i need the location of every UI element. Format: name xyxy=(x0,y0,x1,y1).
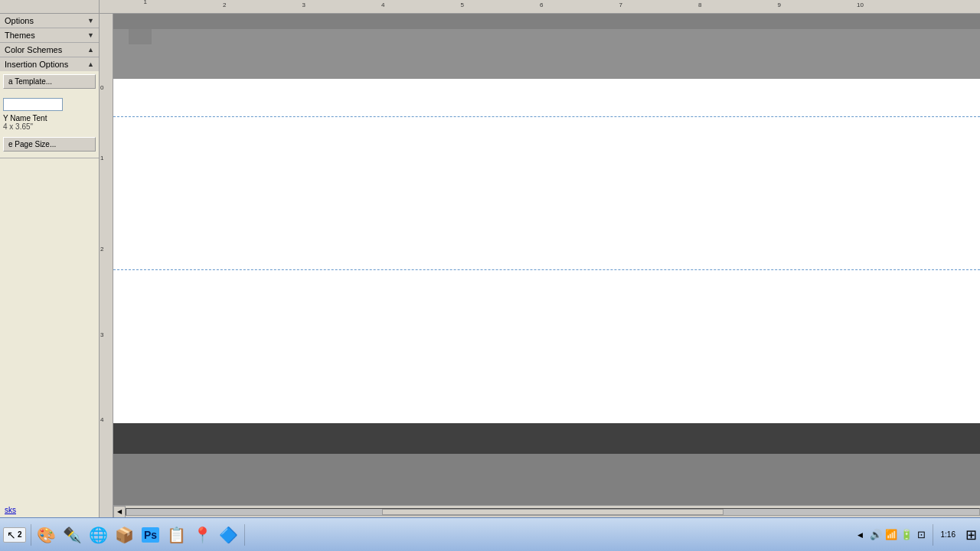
insertion-header[interactable]: Insertion Options ▲ xyxy=(0,57,99,71)
spacer-2 xyxy=(3,131,96,137)
photoshop-icon: Ps xyxy=(142,527,159,543)
maps-icon: 📍 xyxy=(193,526,212,544)
page-top-gray xyxy=(113,29,980,79)
page-section-2 xyxy=(113,117,980,270)
ruler-mark-2: 2 xyxy=(223,2,226,8)
chrome-icon: 🌐 xyxy=(89,526,108,544)
left-panel: Options ▼ Themes ▼ Color Schemes ▲ xyxy=(0,14,100,517)
ruler-mark-5: 5 xyxy=(461,2,464,8)
spacer-1 xyxy=(3,92,96,98)
content-area: Options ▼ Themes ▼ Color Schemes ▲ xyxy=(0,14,980,517)
vruler-mark-2: 2 xyxy=(100,246,103,253)
canvas-row: 0 1 2 3 4 xyxy=(100,14,980,517)
ruler-v-content: 0 1 2 3 4 xyxy=(100,14,113,517)
themes-arrow: ▼ xyxy=(87,31,94,39)
h-scrollbar[interactable]: ◀ xyxy=(113,505,980,517)
vruler-mark-3: 3 xyxy=(100,331,103,338)
insertion-arrow: ▲ xyxy=(87,60,94,68)
pen-icon-btn[interactable]: ✒️ xyxy=(60,523,85,547)
maps-icon-btn[interactable]: 📍 xyxy=(191,523,215,547)
tray-grid-icon[interactable]: ⊞ xyxy=(965,529,977,541)
page-badge[interactable]: ↖ 2 xyxy=(3,527,26,543)
notepad-icon-btn[interactable]: 📋 xyxy=(165,523,189,547)
chrome-icon-btn[interactable]: 🌐 xyxy=(87,523,111,547)
scroll-track[interactable] xyxy=(126,508,980,516)
name-input[interactable] xyxy=(3,98,63,111)
page-post-gray xyxy=(113,454,980,500)
7zip-icon: 📦 xyxy=(115,526,134,544)
paint-icon: 🎨 xyxy=(37,526,56,544)
canvas-bg xyxy=(113,14,980,505)
notepad-icon: 📋 xyxy=(167,526,186,544)
canvas-area[interactable]: ◀ xyxy=(113,14,980,517)
page-section-3 xyxy=(113,270,980,423)
options-arrow: ▼ xyxy=(87,17,94,24)
vruler-mark-0: 0 xyxy=(100,84,103,91)
ruler-mark-3: 3 xyxy=(302,2,305,8)
scroll-thumb[interactable] xyxy=(382,509,724,515)
name-tent-label: Y Name Tent xyxy=(3,114,96,122)
canvas-wrapper: ◀ xyxy=(113,14,980,517)
7zip-icon-btn[interactable]: 📦 xyxy=(113,523,137,547)
ruler-mark-10: 10 xyxy=(857,2,864,8)
taskbar-sep-1 xyxy=(31,524,31,546)
ruler-mark-1: 1 xyxy=(144,0,147,5)
ruler-corner xyxy=(0,0,100,13)
vruler-mark-4: 4 xyxy=(100,416,103,423)
taskbar-right: ◀ 🔊 📶 🔋 ⊡ 1:16 ⊞ xyxy=(854,524,977,546)
taskbar-clock: 1:16 xyxy=(938,529,959,540)
themes-label: Themes xyxy=(5,31,35,40)
ruler-h-content: 1 2 3 4 5 6 7 8 9 10 xyxy=(100,0,980,13)
ruler-mark-6: 6 xyxy=(540,2,543,8)
page-size-button[interactable]: e Page Size... xyxy=(3,137,96,152)
ruler-mark-7: 7 xyxy=(619,2,622,8)
colorschemes-label: Color Schemes xyxy=(5,45,62,54)
colorschemes-header[interactable]: Color Schemes ▲ xyxy=(0,43,99,57)
tray-usb-icon[interactable]: ⊡ xyxy=(916,529,928,541)
page-number: 2 xyxy=(18,530,22,539)
app-icon: 🔷 xyxy=(219,526,238,544)
tray-arrow-icon[interactable]: ◀ xyxy=(854,529,867,541)
themes-section: Themes ▼ xyxy=(0,28,99,43)
photoshop-icon-btn[interactable]: Ps xyxy=(139,523,163,547)
page-indicator xyxy=(129,29,152,44)
tray-battery-icon[interactable]: 🔋 xyxy=(900,529,913,541)
ruler-horizontal: 1 2 3 4 5 6 7 8 9 10 xyxy=(100,0,980,13)
taskbar-sep-2 xyxy=(244,524,245,546)
ruler-mark-8: 8 xyxy=(698,2,701,8)
insertion-section: Insertion Options ▲ a Template... Y Name… xyxy=(0,57,99,158)
tray-speaker-icon[interactable]: 🔊 xyxy=(870,529,882,541)
themes-header[interactable]: Themes ▼ xyxy=(0,28,99,42)
options-label: Options xyxy=(5,16,34,25)
ruler-top: 1 2 3 4 5 6 7 8 9 10 xyxy=(0,0,980,14)
template-button[interactable]: a Template... xyxy=(3,74,96,89)
panel-spacer xyxy=(0,158,99,503)
insertion-content: a Template... Y Name Tent 4 x 3.65" e Pa… xyxy=(0,71,99,158)
vruler-mark-1: 1 xyxy=(100,155,103,161)
pen-icon: ✒️ xyxy=(63,526,82,544)
paint-icon-btn[interactable]: 🎨 xyxy=(34,523,59,547)
taskbar: ↖ 2 🎨 ✒️ 🌐 📦 Ps 📋 📍 🔷 xyxy=(0,517,980,551)
app-icon-btn[interactable]: 🔷 xyxy=(217,523,241,547)
scroll-left-btn[interactable]: ◀ xyxy=(113,506,126,518)
colorschemes-arrow: ▲ xyxy=(87,46,94,54)
tasks-link[interactable]: sks xyxy=(0,503,99,517)
ruler-mark-4: 4 xyxy=(381,2,384,8)
options-section: Options ▼ xyxy=(0,14,99,28)
insertion-label: Insertion Options xyxy=(5,60,68,69)
taskbar-sep-3 xyxy=(933,524,933,546)
cursor-icon: ↖ xyxy=(7,529,16,541)
page-bottom-gray xyxy=(113,423,980,454)
dimensions-label: 4 x 3.65" xyxy=(3,122,96,131)
app-container: 1 2 3 4 5 6 7 8 9 10 Options ▼ xyxy=(0,0,980,551)
ruler-mark-9: 9 xyxy=(778,2,781,8)
options-header[interactable]: Options ▼ xyxy=(0,14,99,28)
tray-network-icon[interactable]: 📶 xyxy=(885,529,897,541)
colorschemes-section: Color Schemes ▲ xyxy=(0,43,99,57)
ruler-vertical: 0 1 2 3 4 xyxy=(100,14,113,517)
page-section-1 xyxy=(113,79,980,117)
